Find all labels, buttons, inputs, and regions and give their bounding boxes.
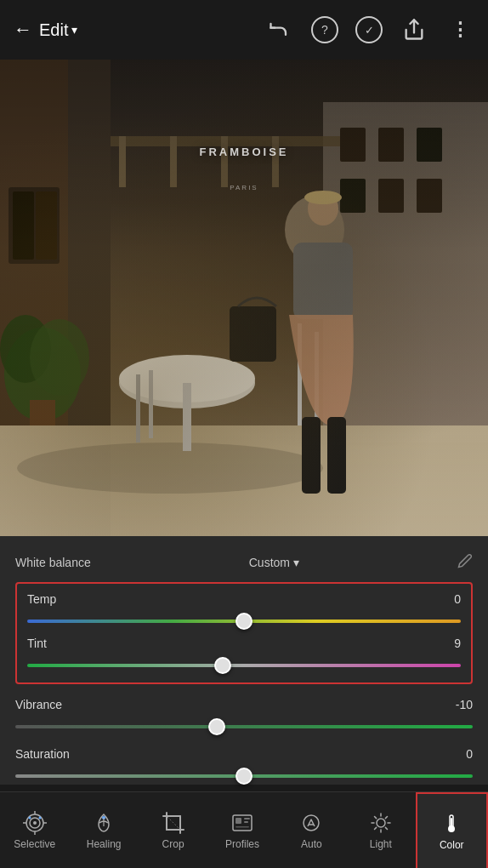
temp-value: 0 (454, 592, 461, 606)
vibrance-header: Vibrance -10 (15, 698, 473, 711)
light-icon (369, 811, 393, 835)
profiles-label: Profiles (225, 838, 259, 850)
toolbar-item-color[interactable]: Color (416, 792, 488, 868)
tint-track-container[interactable] (27, 657, 461, 674)
vibrance-label: Vibrance (15, 698, 62, 711)
white-balance-custom[interactable]: Custom ▾ (249, 556, 299, 569)
svg-line-66 (374, 816, 376, 818)
svg-line-68 (385, 816, 387, 818)
svg-point-59 (304, 815, 319, 831)
vibrance-value: -10 (456, 698, 473, 711)
auto-icon (299, 811, 323, 835)
header: ← Edit ▾ ? ✓ ⋮ (0, 0, 488, 60)
custom-dropdown-icon: ▾ (293, 556, 299, 569)
selective-icon (23, 811, 47, 835)
photo-sign: FRAMBOISE (200, 146, 289, 158)
toolbar-item-healing[interactable]: Healing (69, 792, 138, 868)
temp-slider-row: Temp 0 (27, 592, 461, 630)
toolbar-item-profiles[interactable]: Profiles (207, 792, 276, 868)
back-button[interactable]: ← (14, 19, 32, 41)
svg-point-61 (377, 819, 385, 827)
temp-track (27, 620, 461, 623)
saturation-track (15, 774, 473, 778)
tint-track (27, 664, 461, 667)
white-balance-row: White balance Custom ▾ (15, 548, 473, 582)
color-icon (440, 812, 463, 836)
tint-thumb[interactable] (214, 657, 231, 674)
svg-line-69 (374, 827, 376, 829)
svg-rect-57 (244, 821, 248, 823)
tint-label: Tint (27, 637, 47, 650)
temp-thumb[interactable] (235, 613, 253, 630)
vibrance-thumb[interactable] (208, 718, 225, 735)
undo-button[interactable] (265, 15, 294, 44)
check-icon: ✓ (365, 24, 374, 37)
saturation-value: 0 (466, 747, 473, 761)
temp-label: Temp (27, 592, 56, 606)
svg-rect-56 (244, 818, 250, 819)
temp-track-container[interactable] (27, 613, 461, 630)
saturation-track-container[interactable] (15, 768, 473, 785)
healing-icon (92, 811, 116, 835)
toolbar-item-auto[interactable]: Auto (277, 792, 346, 868)
auto-label: Auto (301, 838, 322, 850)
photo-area: FRAMBOISE PARIS (0, 60, 488, 536)
vibrance-slider-row: Vibrance -10 (15, 698, 473, 735)
share-button[interactable] (400, 15, 428, 44)
svg-line-67 (385, 827, 387, 829)
toolbar-item-selective[interactable]: Selective (0, 792, 69, 868)
more-icon: ⋮ (451, 19, 469, 41)
crop-label: Crop (162, 838, 184, 850)
healing-label: Healing (87, 838, 122, 850)
color-label: Color (440, 839, 464, 851)
edit-dropdown-icon[interactable]: ▾ (71, 23, 77, 37)
tint-slider-row: Tint 9 (27, 637, 461, 674)
help-icon: ? (321, 23, 328, 37)
vibrance-track-container[interactable] (15, 718, 473, 735)
vibrance-track (15, 725, 473, 728)
light-label: Light (370, 838, 392, 850)
saturation-thumb[interactable] (235, 768, 253, 785)
toolbar-item-crop[interactable]: Crop (139, 792, 207, 868)
tint-header: Tint 9 (27, 637, 461, 650)
pencil-icon[interactable] (457, 553, 473, 572)
toolbar-item-light[interactable]: Light (346, 792, 415, 868)
bottom-toolbar: Selective Healing Crop Profile (0, 791, 488, 868)
profiles-icon (230, 811, 254, 835)
photo-sign-sub: PARIS (230, 184, 258, 191)
svg-rect-58 (235, 826, 249, 828)
svg-point-47 (38, 816, 41, 819)
highlighted-sliders: Temp 0 Tint 9 (15, 582, 473, 684)
photo-overlay (0, 60, 488, 536)
svg-point-41 (33, 821, 37, 825)
edit-label: Edit (39, 20, 68, 40)
temp-header: Temp 0 (27, 592, 461, 606)
tint-value: 9 (454, 637, 461, 650)
more-button[interactable]: ⋮ (445, 15, 474, 44)
photo-scene: FRAMBOISE PARIS (0, 60, 488, 536)
header-left: ← Edit ▾ (14, 19, 77, 41)
svg-rect-55 (235, 818, 241, 824)
edit-title: Edit ▾ (39, 20, 77, 40)
white-balance-label: White balance (15, 556, 91, 569)
selective-label: Selective (14, 838, 55, 850)
header-right: ? ✓ ⋮ (265, 15, 474, 44)
svg-point-46 (28, 816, 31, 819)
crop-icon (162, 811, 185, 835)
custom-label: Custom (249, 556, 290, 569)
confirm-button[interactable]: ✓ (355, 16, 383, 43)
help-button[interactable]: ? (311, 16, 338, 43)
controls-panel: White balance Custom ▾ Temp 0 (0, 536, 488, 785)
saturation-label: Saturation (15, 747, 70, 761)
saturation-slider-row: Saturation 0 (15, 747, 473, 785)
saturation-header: Saturation 0 (15, 747, 473, 761)
